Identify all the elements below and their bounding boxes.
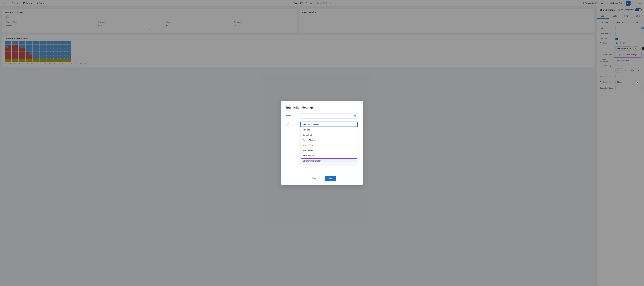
modal-footer: Cancel OK xyxy=(286,176,358,181)
interaction-settings-modal: ✕ Interaction Settings Name 🌐 Action SDK… xyxy=(281,101,363,185)
modal-overlay[interactable]: ✕ Interaction Settings Name 🌐 Action SDK… xyxy=(0,0,644,286)
cancel-button[interactable]: Cancel xyxy=(308,176,323,181)
modal-name-input[interactable] xyxy=(300,113,358,119)
dropdown-item-popup-window[interactable]: Popup Window xyxy=(300,138,358,143)
dropdown-item-new-tab[interactable]: New Tab xyxy=(300,127,358,132)
modal-action-select[interactable]: SDK Event Dispatch ∧ xyxy=(300,122,358,127)
modal-globe-icon: 🌐 xyxy=(353,115,356,117)
modal-name-field: Name 🌐 xyxy=(286,113,358,119)
modal-name-control: 🌐 xyxy=(300,113,358,119)
dropdown-item-http-request[interactable]: HTTP Request xyxy=(300,153,358,158)
dropdown-item-current-tab[interactable]: Current Tab xyxy=(300,132,358,138)
modal-action-chevron: ∧ xyxy=(351,123,352,125)
dropdown-item-bottom-drawer[interactable]: Bottom Drawer xyxy=(300,143,358,148)
modal-action-control: SDK Event Dispatch ∧ New Tab Current Tab… xyxy=(300,122,358,127)
ok-button[interactable]: OK xyxy=(325,176,336,181)
dropdown-item-side-drawer[interactable]: Side Drawer xyxy=(300,148,358,153)
modal-dropdown: New Tab Current Tab Popup Window Bottom … xyxy=(300,127,358,164)
modal-action-value: SDK Event Dispatch xyxy=(302,123,319,125)
modal-title: Interaction Settings xyxy=(286,106,358,109)
modal-name-label: Name xyxy=(286,113,298,117)
dropdown-item-sdk-event[interactable]: SDK Event Dispatch ← xyxy=(301,158,357,163)
modal-action-field: Action SDK Event Dispatch ∧ New Tab Curr… xyxy=(286,122,358,127)
modal-action-label: Action xyxy=(286,122,298,125)
modal-close-button[interactable]: ✕ xyxy=(356,104,360,108)
dropdown-arrow-icon: ← xyxy=(357,160,360,162)
